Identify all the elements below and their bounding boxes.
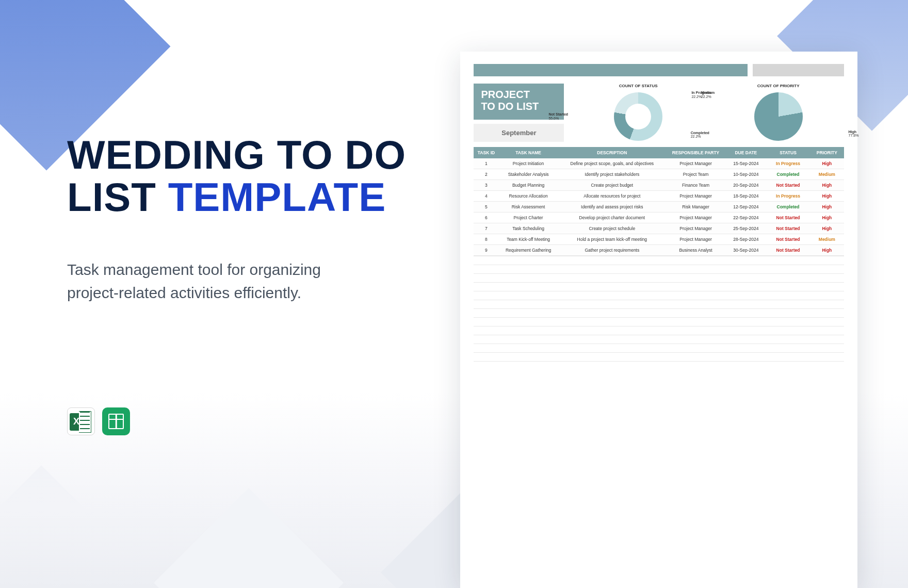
cell-due: 30-Sep-2024 [725,245,767,256]
cell-priority: High [809,213,844,223]
cell-status: Completed [767,202,810,213]
sheet-header-row: PROJECT TO DO LIST September COUNT OF ST… [474,84,844,142]
cell-due: 25-Sep-2024 [725,223,767,234]
cell-name: Budget Planning [499,180,558,191]
cell-name: Project Charter [499,213,558,223]
col-header: TASK NAME [499,147,558,158]
col-header: DUE DATE [725,147,767,158]
cell-due: 22-Sep-2024 [725,213,767,223]
cell-id: 9 [474,245,498,256]
cell-party: Project Team [666,169,725,180]
table-row: 2Stakeholder AnalysisIdentify project st… [474,169,844,180]
table-row: 6Project CharterDevelop project charter … [474,213,844,223]
table-row: 5Risk AssessmentIdentify and assess proj… [474,202,844,213]
cell-status: Not Started [767,245,810,256]
table-row: 1Project InitiationDefine project scope,… [474,158,844,169]
status-label-notstarted: Not Started55.6% [548,112,568,120]
google-sheets-icon [102,407,130,435]
cell-priority: High [809,202,844,213]
cell-desc: Create project schedule [558,223,666,234]
task-table: TASK IDTASK NAMEDESCRIPTIONRESPONSIBLE P… [474,147,844,256]
cell-id: 3 [474,180,498,191]
col-header: RESPONSIBLE PARTY [666,147,725,158]
title-line2a: LIST [67,174,168,220]
cell-due: 10-Sep-2024 [725,169,767,180]
subtitle-text: Task management tool for organizing proj… [67,258,356,304]
cell-status: Not Started [767,223,810,234]
status-chart: COUNT OF STATUS Not Started55.6% In Prog… [572,84,704,142]
cell-id: 2 [474,169,498,180]
cell-party: Business Analyst [666,245,725,256]
status-label-completed: Completed22.2% [691,131,709,139]
cell-desc: Identify project stakeholders [558,169,666,180]
cell-party: Project Manager [666,223,725,234]
cell-priority: Medium [809,169,844,180]
project-title-line1: PROJECT [481,89,557,101]
cell-status: In Progress [767,191,810,202]
cell-id: 1 [474,158,498,169]
cell-desc: Hold a project team kick-off meeting [558,234,666,245]
cell-name: Requirement Gathering [499,245,558,256]
col-header: DESCRIPTION [558,147,666,158]
cell-name: Project Initiation [499,158,558,169]
table-row: 8Team Kick-off MeetingHold a project tea… [474,234,844,245]
title-line2b: TEMPLATE [168,174,386,220]
cell-id: 4 [474,191,498,202]
cell-id: 8 [474,234,498,245]
project-title-line2: TO DO LIST [481,101,557,112]
cell-desc: Develop project charter document [558,213,666,223]
cell-priority: High [809,158,844,169]
excel-icon [67,407,95,435]
cell-priority: High [809,191,844,202]
task-table-head: TASK IDTASK NAMEDESCRIPTIONRESPONSIBLE P… [474,147,844,158]
cell-desc: Allocate resources for project [558,191,666,202]
cell-name: Resource Allocation [499,191,558,202]
cell-party: Project Manager [666,213,725,223]
left-panel: WEDDING TO DO LIST TEMPLATE Task managem… [0,0,436,588]
format-icons [67,407,436,435]
month-label: September [474,124,564,142]
cell-party: Risk Manager [666,202,725,213]
cell-party: Project Manager [666,191,725,202]
cell-priority: Medium [809,234,844,245]
cell-priority: High [809,245,844,256]
title-line1: WEDDING TO DO [67,132,406,177]
task-table-body: 1Project InitiationDefine project scope,… [474,158,844,256]
cell-priority: High [809,223,844,234]
priority-label-medium: Medium22.2% [701,91,715,99]
priority-pie [754,92,803,141]
cell-name: Task Scheduling [499,223,558,234]
cell-party: Project Manager [666,158,725,169]
sheet-topbar [474,64,844,76]
cell-due: 15-Sep-2024 [725,158,767,169]
cell-status: Not Started [767,234,810,245]
cell-due: 12-Sep-2024 [725,202,767,213]
col-header: STATUS [767,147,810,158]
table-row: 9Requirement GatheringGather project req… [474,245,844,256]
cell-desc: Define project scope, goals, and objecti… [558,158,666,169]
cell-desc: Gather project requirements [558,245,666,256]
cell-status: Not Started [767,213,810,223]
cell-status: Not Started [767,180,810,191]
cell-status: In Progress [767,158,810,169]
cell-due: 18-Sep-2024 [725,191,767,202]
cell-id: 7 [474,223,498,234]
table-row: 4Resource AllocationAllocate resources f… [474,191,844,202]
table-row: 7Task SchedulingCreate project scheduleP… [474,223,844,234]
cell-desc: Identify and assess project risks [558,202,666,213]
cell-party: Project Manager [666,234,725,245]
cell-priority: High [809,180,844,191]
priority-chart-title: COUNT OF PRIORITY [712,84,845,88]
cell-party: Finance Team [666,180,725,191]
cell-id: 5 [474,202,498,213]
cell-status: Completed [767,169,810,180]
table-row: 3Budget PlanningCreate project budgetFin… [474,180,844,191]
spreadsheet-preview: PROJECT TO DO LIST September COUNT OF ST… [460,52,857,588]
cell-id: 6 [474,213,498,223]
right-panel: PROJECT TO DO LIST September COUNT OF ST… [436,0,908,588]
col-header: PRIORITY [809,147,844,158]
cell-name: Team Kick-off Meeting [499,234,558,245]
status-chart-title: COUNT OF STATUS [572,84,704,88]
page-title: WEDDING TO DO LIST TEMPLATE [67,134,436,219]
cell-due: 20-Sep-2024 [725,180,767,191]
